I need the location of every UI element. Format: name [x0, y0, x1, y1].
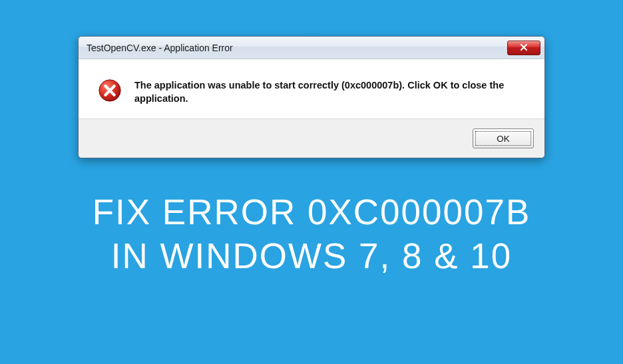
headline-line-2: IN WINDOWS 7, 8 & 10	[93, 234, 531, 278]
ok-button[interactable]: OK	[473, 128, 534, 148]
titlebar: TestOpenCV.exe - Application Error	[79, 37, 544, 59]
dialog-title: TestOpenCV.exe - Application Error	[87, 43, 233, 53]
headline-line-1: FIX ERROR 0XC000007B	[93, 190, 531, 234]
dialog-message: The application was unable to start corr…	[134, 78, 526, 105]
button-row: OK	[79, 118, 544, 158]
error-dialog: TestOpenCV.exe - Application Error	[78, 36, 545, 158]
error-icon	[97, 78, 122, 103]
dialog-content: The application was unable to start corr…	[79, 59, 544, 118]
close-icon	[520, 42, 528, 54]
headline: FIX ERROR 0XC000007B IN WINDOWS 7, 8 & 1…	[93, 190, 531, 279]
close-button[interactable]	[507, 41, 540, 55]
